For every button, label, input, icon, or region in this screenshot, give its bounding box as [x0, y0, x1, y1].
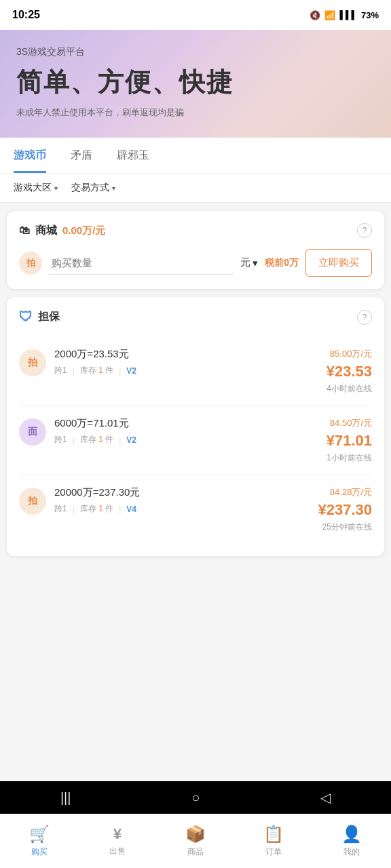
listing-title: 20000万=237.30元	[54, 486, 140, 499]
guarantee-header: 🛡 担保 ?	[19, 309, 372, 325]
nav-label-sell: 出售	[109, 846, 126, 857]
bottom-nav: 🛒 购买 ¥ 出售 📦 商品 📋 订单 👤 我的	[0, 814, 391, 868]
listing-title: 2000万=23.53元	[54, 348, 136, 361]
listing-meta: 跨1 | 库存 1 件 | V2	[54, 365, 136, 376]
chevron-down-icon: ▾	[54, 184, 58, 192]
listing-left: 拍 2000万=23.53元 跨1 | 库存 1 件 | V2	[19, 348, 136, 376]
currency-select[interactable]: 元 ▾	[240, 256, 258, 269]
mine-icon: 👤	[341, 825, 362, 844]
hero-banner: 3S游戏交易平台 简单、方便、快捷 未成年人禁止使用本平台，刷单返现均是骗	[0, 30, 391, 138]
mall-card: 🛍 商城 0.00万/元 ? 拍 元 ▾ 税前0万 立即购买	[7, 211, 384, 289]
system-menu-button[interactable]: |||	[60, 790, 71, 806]
hero-brand: 3S游戏交易平台	[16, 46, 375, 58]
status-bar: 10:25 🔇 📶 ▌▌▌ 73%	[0, 0, 391, 30]
filter-method[interactable]: 交易方式 ▾	[71, 182, 115, 194]
mall-header: 🛍 商城 0.00万/元 ?	[19, 223, 372, 238]
chevron-down-icon: ▾	[253, 257, 258, 269]
nav-item-orders[interactable]: 📋 订单	[253, 825, 294, 858]
nav-item-sell[interactable]: ¥ 出售	[97, 825, 138, 857]
seller-avatar: 面	[19, 418, 46, 446]
chevron-down-icon: ▾	[112, 184, 115, 192]
mall-help-icon[interactable]: ?	[357, 223, 372, 238]
listing-item[interactable]: 拍 2000万=23.53元 跨1 | 库存 1 件 | V2 85.00万/元…	[19, 337, 372, 406]
seller-avatar: 拍	[19, 349, 46, 376]
status-time: 10:25	[12, 9, 40, 21]
guarantee-card: 🛡 担保 ? 拍 2000万=23.53元 跨1 | 库存 1 件 | V2	[7, 297, 384, 556]
mall-title: 🛍 商城 0.00万/元	[19, 224, 105, 238]
seller-avatar: 拍	[19, 488, 46, 515]
listing-item[interactable]: 面 6000万=71.01元 跨1 | 库存 1 件 | V2 84.50万/元…	[19, 406, 372, 475]
tax-info: 税前0万	[265, 257, 299, 269]
nav-label-buy: 购买	[31, 846, 48, 858]
guarantee-title: 🛡 担保	[19, 309, 60, 325]
system-back-button[interactable]: ◁	[320, 789, 331, 806]
hero-title: 简单、方便、快捷	[16, 65, 375, 100]
quantity-input[interactable]	[49, 252, 234, 275]
mall-icon: 🛍	[19, 224, 30, 237]
listing-left: 拍 20000万=237.30元 跨1 | 库存 1 件 | V4	[19, 486, 140, 515]
buy-now-button[interactable]: 立即购买	[305, 249, 372, 277]
filter-row: 游戏大区 ▾ 交易方式 ▾	[0, 174, 391, 203]
system-home-button[interactable]: ○	[191, 790, 200, 806]
nav-label-orders: 订单	[265, 846, 282, 858]
listing-left: 面 6000万=71.01元 跨1 | 库存 1 件 | V2	[19, 417, 136, 446]
wifi-icon: 📶	[324, 10, 335, 20]
listing-item[interactable]: 拍 20000万=237.30元 跨1 | 库存 1 件 | V4 84.28万…	[19, 475, 372, 544]
nav-item-buy[interactable]: 🛒 购买	[19, 825, 60, 858]
filter-area[interactable]: 游戏大区 ▾	[14, 182, 58, 194]
shield-icon: 🛡	[19, 309, 33, 325]
status-icons: 🔇 📶 ▌▌▌ 73%	[310, 10, 379, 20]
battery-text: 73%	[361, 10, 379, 20]
nav-label-mine: 我的	[343, 846, 360, 858]
tab-bixieyu[interactable]: 辟邪玉	[117, 138, 149, 173]
nav-item-mine[interactable]: 👤 我的	[331, 825, 372, 858]
tab-maodun[interactable]: 矛盾	[71, 138, 92, 173]
orders-icon: 📋	[263, 825, 284, 844]
buy-row: 拍 元 ▾ 税前0万 立即购买	[19, 249, 372, 277]
goods-icon: 📦	[185, 825, 206, 844]
hero-subtitle: 未成年人禁止使用本平台，刷单返现均是骗	[16, 106, 375, 119]
system-nav-bar: ||| ○ ◁	[0, 781, 391, 814]
listing-right: 84.28万/元 ¥237.30 25分钟前在线	[318, 486, 372, 533]
tab-youxibi[interactable]: 游戏币	[14, 138, 46, 173]
nav-item-goods[interactable]: 📦 商品	[175, 825, 216, 858]
listing-info: 20000万=237.30元 跨1 | 库存 1 件 | V4	[54, 486, 140, 515]
listing-info: 2000万=23.53元 跨1 | 库存 1 件 | V2	[54, 348, 136, 376]
bid-avatar: 拍	[19, 252, 42, 275]
tabs-container: 游戏币 矛盾 辟邪玉	[0, 138, 391, 174]
listing-info: 6000万=71.01元 跨1 | 库存 1 件 | V2	[54, 417, 136, 446]
listing-right: 84.50万/元 ¥71.01 1小时前在线	[327, 417, 372, 464]
listing-title: 6000万=71.01元	[54, 417, 136, 430]
signal-icon: ▌▌▌	[339, 10, 357, 20]
nav-label-goods: 商品	[187, 846, 204, 858]
mute-icon: 🔇	[310, 10, 320, 20]
guarantee-help-icon[interactable]: ?	[357, 310, 372, 325]
listing-right: 85.00万/元 ¥23.53 4小时前在线	[327, 348, 372, 395]
buy-icon: 🛒	[29, 825, 50, 844]
listing-meta: 跨1 | 库存 1 件 | V2	[54, 434, 136, 446]
sell-icon: ¥	[113, 825, 122, 843]
listing-meta: 跨1 | 库存 1 件 | V4	[54, 503, 140, 515]
